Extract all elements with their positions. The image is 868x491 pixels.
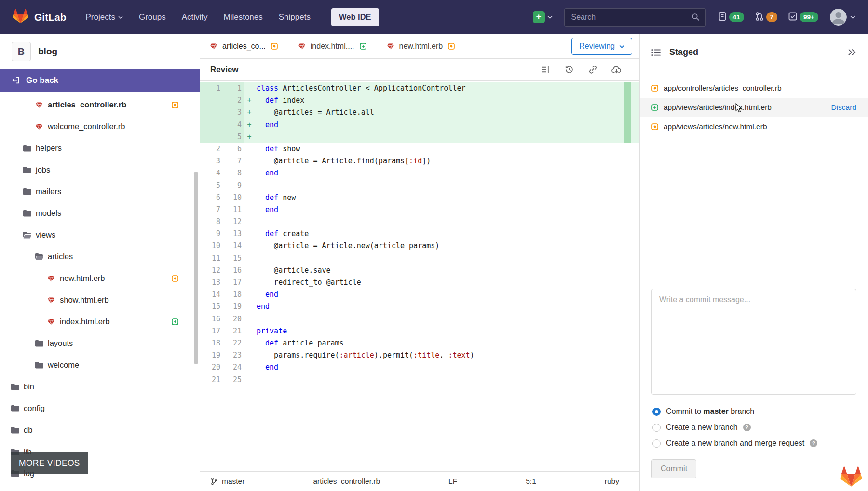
tree-item-layouts[interactable]: layouts — [0, 332, 200, 354]
tree-item-articles-controller-rb[interactable]: articles_controller.rb — [0, 94, 200, 116]
tree-item-new-html-erb[interactable]: new.html.erb — [0, 267, 200, 289]
scrollbar-thumb[interactable] — [194, 172, 198, 364]
tree-item-mailers[interactable]: mailers — [0, 181, 200, 202]
tree-item-welcome[interactable]: welcome — [0, 354, 200, 376]
code-line[interactable]: 1216 @article.save — [200, 265, 639, 277]
file-name: show.html.erb — [60, 295, 109, 305]
link-icon[interactable] — [587, 65, 598, 75]
modified-status-icon — [651, 123, 658, 130]
code-line[interactable]: 37 @article = Article.find(params[:id]) — [200, 155, 639, 167]
code-line[interactable]: 1115 — [200, 252, 639, 265]
editor-tab-articles-co[interactable]: articles_co... — [200, 34, 288, 58]
code-editor[interactable]: 11class ArticlesController < Application… — [200, 81, 639, 471]
status-cursor-position[interactable]: 5:1 — [526, 477, 536, 486]
code-line[interactable]: 1418 end — [200, 289, 639, 301]
nav-groups[interactable]: Groups — [139, 13, 166, 22]
branch-indicator[interactable]: master — [211, 477, 244, 486]
tree-item-index-html-erb[interactable]: index.html.erb — [0, 311, 200, 332]
editor-tab-new-html-erb[interactable]: new.html.erb — [377, 34, 466, 58]
radio-button[interactable] — [652, 424, 661, 432]
diff-view-icon[interactable] — [540, 65, 551, 75]
code-line[interactable]: 1620 — [200, 313, 639, 325]
reviewing-dropdown[interactable]: Reviewing — [571, 38, 632, 55]
diff-marker — [244, 204, 255, 216]
nav-snippets[interactable]: Snippets — [279, 13, 311, 22]
folder-icon — [11, 426, 19, 434]
cloud-download-icon[interactable] — [611, 65, 622, 75]
code-line[interactable]: 59 — [200, 180, 639, 192]
code-line[interactable]: 913 def create — [200, 228, 639, 240]
code-line[interactable]: 610 def new — [200, 192, 639, 204]
search-input[interactable] — [570, 13, 688, 22]
tree-item-welcome-controller-rb[interactable]: welcome_controller.rb — [0, 116, 200, 137]
tree-item-models[interactable]: models — [0, 202, 200, 224]
issues-button[interactable]: 41 — [718, 12, 744, 23]
help-icon[interactable]: ? — [810, 439, 817, 447]
tree-item-jobs[interactable]: jobs — [0, 159, 200, 181]
review-tab[interactable]: Review — [210, 65, 239, 75]
code-text: private — [255, 325, 287, 337]
tree-item-config[interactable]: config — [0, 398, 200, 419]
code-line[interactable]: 2125 — [200, 374, 639, 386]
code-line[interactable]: 1317 redirect_to @article — [200, 277, 639, 289]
status-line-ending[interactable]: LF — [448, 477, 457, 486]
help-icon[interactable]: ? — [743, 424, 751, 431]
code-line[interactable]: 11class ArticlesController < Application… — [200, 82, 639, 94]
code-line[interactable]: 2+ def index — [200, 94, 639, 106]
code-line[interactable]: 1721private — [200, 325, 639, 337]
commit-option[interactable]: Create a new branch? — [652, 423, 856, 432]
tree-item-db[interactable]: db — [0, 419, 200, 441]
status-language[interactable]: ruby — [605, 477, 619, 486]
tree-item-articles[interactable]: articles — [0, 246, 200, 267]
collapse-panel-icon[interactable] — [847, 48, 856, 56]
tree-item-views[interactable]: views — [0, 224, 200, 246]
staged-file-app-views-articles-new-html-erb[interactable]: app/views/articles/new.html.erb — [640, 117, 868, 136]
todos-button[interactable]: 99+ — [788, 12, 818, 23]
tabs-spacer — [465, 34, 571, 58]
nav-milestones[interactable]: Milestones — [224, 13, 263, 22]
code-line[interactable]: 1519end — [200, 301, 639, 313]
commit-button[interactable]: Commit — [651, 459, 696, 478]
code-text: end — [255, 204, 278, 216]
history-icon[interactable] — [564, 65, 574, 75]
nav-web-ide[interactable]: Web IDE — [331, 8, 379, 26]
code-line[interactable]: 1923 params.require(:article).permit(:ti… — [200, 349, 639, 361]
list-icon[interactable] — [651, 49, 661, 56]
old-line-number — [200, 106, 222, 119]
merge-requests-button[interactable]: 7 — [755, 12, 778, 23]
gitlab-web-ide: GitLab ProjectsGroupsActivityMilestonesS… — [0, 0, 868, 491]
folder-icon — [23, 210, 31, 217]
code-line[interactable]: 5+ — [200, 131, 639, 143]
code-line[interactable]: 4+ end — [200, 119, 639, 131]
tree-item-show-html-erb[interactable]: show.html.erb — [0, 289, 200, 311]
user-menu[interactable] — [830, 9, 855, 26]
commit-option[interactable]: Commit to master branch — [652, 407, 856, 416]
tree-item-bin[interactable]: bin — [0, 376, 200, 398]
nav-activity[interactable]: Activity — [182, 13, 208, 22]
code-line[interactable]: 3+ @articles = Article.all — [200, 106, 639, 119]
staged-file-app-controllers-articles-controller-rb[interactable]: app/controllers/articles_controller.rb — [640, 79, 868, 98]
go-back-button[interactable]: Go back — [0, 69, 200, 92]
more-videos-overlay[interactable]: MORE VIDEOS — [11, 452, 88, 474]
radio-button[interactable] — [652, 439, 661, 448]
old-line-number: 12 — [200, 265, 222, 277]
tree-item-helpers[interactable]: helpers — [0, 137, 200, 159]
new-menu-button[interactable]: + — [533, 11, 553, 23]
code-line[interactable]: 1014 @article = Article.new(article_para… — [200, 240, 639, 252]
gitlab-home-link[interactable]: GitLab — [13, 9, 67, 26]
commit-message-input[interactable] — [651, 289, 856, 395]
code-line[interactable]: 711 end — [200, 204, 639, 216]
radio-button[interactable] — [652, 408, 661, 416]
code-line[interactable]: 2024 end — [200, 361, 639, 373]
staged-file-app-views-articles-index-html-erb[interactable]: app/views/articles/index.html.erbDiscard — [640, 98, 868, 117]
code-line[interactable]: 48 end — [200, 167, 639, 179]
code-line[interactable]: 1822 def article_params — [200, 337, 639, 349]
diff-marker — [244, 361, 255, 373]
code-line[interactable]: 26 def show — [200, 143, 639, 155]
editor-tab-index-html[interactable]: index.html.... — [288, 34, 377, 58]
discard-button[interactable]: Discard — [831, 103, 856, 112]
nav-projects[interactable]: Projects — [86, 13, 123, 22]
code-line[interactable]: 812 — [200, 216, 639, 228]
commit-option[interactable]: Create a new branch and merge request? — [652, 439, 856, 448]
nav-label: Projects — [86, 13, 115, 22]
